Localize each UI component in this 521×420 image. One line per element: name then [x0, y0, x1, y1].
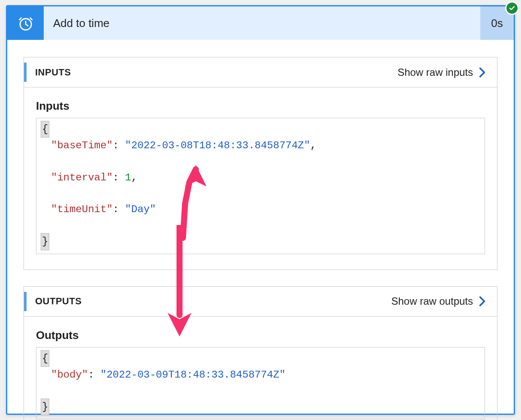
inputs-val-interval: 1	[125, 172, 131, 183]
outputs-panel-header: OUTPUTS Show raw outputs	[24, 287, 497, 317]
chevron-right-icon	[478, 67, 487, 78]
card-header[interactable]: Add to time 0s	[7, 6, 514, 40]
inputs-panel-label: INPUTS	[35, 67, 398, 78]
outputs-json: { "body": "2022-03-09T18:48:33.8458774Z"…	[36, 347, 485, 420]
check-icon	[508, 4, 516, 12]
show-raw-outputs-button[interactable]: Show raw outputs	[391, 295, 487, 307]
inputs-panel: INPUTS Show raw inputs Inputs { "baseTim…	[24, 57, 497, 270]
outputs-subtitle: Outputs	[36, 329, 485, 342]
outputs-val-body: 2022-03-09T18:48:33.8458774Z	[107, 369, 279, 381]
action-card: Add to time 0s INPUTS Show raw inputs In…	[6, 5, 515, 415]
clock-icon	[17, 14, 35, 32]
outputs-key-body: body	[57, 369, 82, 381]
show-raw-inputs-button[interactable]: Show raw inputs	[398, 66, 487, 78]
outputs-panel: OUTPUTS Show raw outputs Outputs { "body…	[24, 286, 497, 420]
outputs-panel-label: OUTPUTS	[35, 296, 391, 307]
inputs-key-basetime: baseTime	[57, 140, 106, 151]
inputs-subtitle: Inputs	[36, 99, 485, 113]
status-success-badge	[505, 1, 519, 15]
inputs-panel-body: Inputs { "baseTime": "2022-03-08T18:48:3…	[24, 87, 497, 270]
card-title: Add to time	[44, 6, 480, 40]
inputs-json: { "baseTime": "2022-03-08T18:48:33.84587…	[36, 118, 485, 254]
inputs-panel-header: INPUTS Show raw inputs	[24, 57, 497, 87]
inputs-val-timeunit: Day	[131, 204, 150, 215]
inputs-key-timeunit: timeUnit	[57, 204, 106, 215]
show-raw-outputs-label: Show raw outputs	[391, 295, 473, 307]
show-raw-inputs-label: Show raw inputs	[398, 66, 473, 78]
action-icon-box	[7, 6, 44, 40]
card-body: INPUTS Show raw inputs Inputs { "baseTim…	[7, 40, 514, 420]
inputs-key-interval: interval	[57, 172, 106, 183]
outputs-panel-body: Outputs { "body": "2022-03-09T18:48:33.8…	[24, 317, 497, 420]
inputs-val-basetime: 2022-03-08T18:48:33.8458774Z	[131, 140, 304, 151]
chevron-right-icon	[478, 296, 487, 307]
